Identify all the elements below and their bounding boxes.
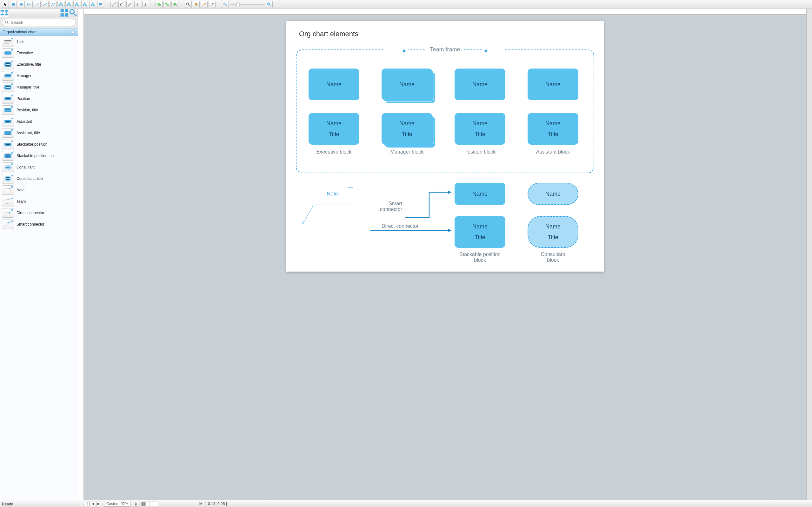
svg-point-40 [5,21,8,23]
block-position-block-title[interactable]: NameTitle [454,113,505,145]
stencil-stackable-position-title[interactable]: Stackable position, title [0,150,78,162]
svg-rect-52 [6,75,9,76]
org-auto-button[interactable] [89,1,96,8]
stackable-name-block[interactable]: Name [454,183,505,205]
line-button[interactable] [34,1,41,8]
block-manager-block-title[interactable]: NameTitle [382,113,432,145]
search-icon [69,9,77,17]
stencil-note[interactable]: Note [0,184,78,196]
tab-search[interactable] [69,9,78,17]
tab-tree[interactable] [0,9,9,17]
stencil-assistant[interactable]: Assistant [0,116,78,127]
zoom-out-button[interactable] [222,1,229,8]
connect-spline-button[interactable] [126,1,133,8]
stackable-title-block[interactable]: NameTitle [454,216,505,248]
svg-rect-3 [60,2,62,3]
tree-left-button[interactable] [73,1,80,8]
block-assistant-block-name[interactable]: Name [528,68,578,100]
svg-point-39 [70,9,74,14]
stencil-label: Direct connector [16,211,44,215]
smart-connector[interactable] [404,189,454,221]
svg-rect-11 [77,5,79,6]
svg-rect-62 [6,111,9,111]
ungroup-button[interactable] [163,1,170,8]
zoom-combo[interactable]: Custom 97% [104,501,130,507]
curve-button[interactable] [42,1,49,8]
view-mode[interactable] [142,502,158,506]
note-shape[interactable]: Note [312,183,353,205]
search-input[interactable] [2,19,76,26]
team-arrow-right: ◀ — — — [482,48,505,53]
svg-point-77 [4,176,11,181]
caption: Position block [454,149,505,155]
consultant-title-block[interactable]: NameTitle [528,216,578,248]
consultant-name-block[interactable]: Name [528,183,578,205]
page-prev[interactable]: ◀ [91,502,95,506]
ruler-horizontal [84,9,806,15]
highlight-button[interactable] [201,1,208,8]
svg-rect-16 [91,5,92,6]
tree-down-button[interactable] [57,1,64,8]
block-position-block-name[interactable]: Name [454,68,505,100]
stencil-thumb [2,105,14,115]
pan-hand-button[interactable] [193,1,200,8]
zoom-slider[interactable] [230,4,265,5]
block-assistant-block-title[interactable]: NameTitle [528,113,578,145]
close-icon[interactable] [71,30,75,34]
tree-right-button[interactable] [81,1,88,8]
stencil-manager[interactable]: Manager [0,70,78,81]
ellipse-button[interactable] [18,1,25,8]
stencil-position-title[interactable]: Position, title [0,104,78,116]
page-pause[interactable]: ∥ [85,502,90,506]
caption: Executive block [309,149,359,155]
svg-rect-66 [6,132,9,132]
table-button[interactable] [26,1,33,8]
stencil-assistant-title[interactable]: Assistant, title [0,127,78,138]
stencil-position[interactable]: Position [0,93,78,104]
zoom-in-button[interactable] [266,1,273,8]
stencil-thumb [2,71,14,80]
eyedropper-button[interactable] [209,1,216,8]
stencil-consultant[interactable]: Consultant [0,162,78,173]
stencil-stackable-position[interactable]: Stackable position [0,138,78,150]
canvas-scroll[interactable]: Org chart elements Team frame — — — ▶ ◀ … [84,15,806,500]
connect-arc-button[interactable] [118,1,125,8]
zoom-fit-button[interactable] [185,1,192,8]
stencil-executive-title[interactable]: Executive, title [0,59,78,70]
stencil-label: Manager, title [16,85,39,90]
svg-rect-9 [76,2,77,3]
group-button[interactable] [156,1,163,8]
status-bar: ∥ ◀ ▶ Custom 97% ▲▼ M: [ -0.13, 0.26 ] [0,500,812,507]
svg-rect-23 [165,3,167,4]
connect-round-button[interactable] [142,1,149,8]
stencil-title[interactable]: Title [0,36,78,47]
pointer-button[interactable] [2,1,9,8]
tree-up-button[interactable] [65,1,72,8]
block-manager-block-name[interactable]: Name [382,68,432,100]
block-executive-block-name[interactable]: Name [309,68,359,100]
tree-icon [0,9,9,17]
stencil-team[interactable]: Team [0,196,78,207]
page-next[interactable]: ▶ [97,502,101,506]
polyline-button[interactable] [50,1,56,8]
rectangle-button[interactable] [10,1,17,8]
category-header[interactable]: Organizational chart [0,28,78,36]
connect-orth-button[interactable] [134,1,141,8]
stencil-consultant-title[interactable]: Consultant, title [0,173,78,184]
tab-grid[interactable] [60,9,69,17]
stencil-smart-connector[interactable]: Smart connector [0,219,78,230]
stencil-manager-title[interactable]: Manager, title [0,81,78,93]
block-executive-block-title[interactable]: NameTitle [309,113,359,145]
stencil-direct-connector[interactable]: Direct connector [0,207,78,219]
stencil-executive[interactable]: Executive [0,47,78,59]
new-shape-button[interactable] [97,1,104,8]
diagram-page[interactable]: Org chart elements Team frame — — — ▶ ◀ … [286,21,604,272]
smart-connector-label: Smartconnector [372,201,402,212]
connect-line-button[interactable] [110,1,117,8]
svg-point-19 [112,5,113,6]
zoom-step[interactable]: ▲▼ [133,501,139,507]
stencil-label: Note [16,188,24,192]
svg-rect-33 [1,14,4,15]
bring-front-button[interactable] [171,1,178,8]
stencil-thumb [2,162,14,172]
